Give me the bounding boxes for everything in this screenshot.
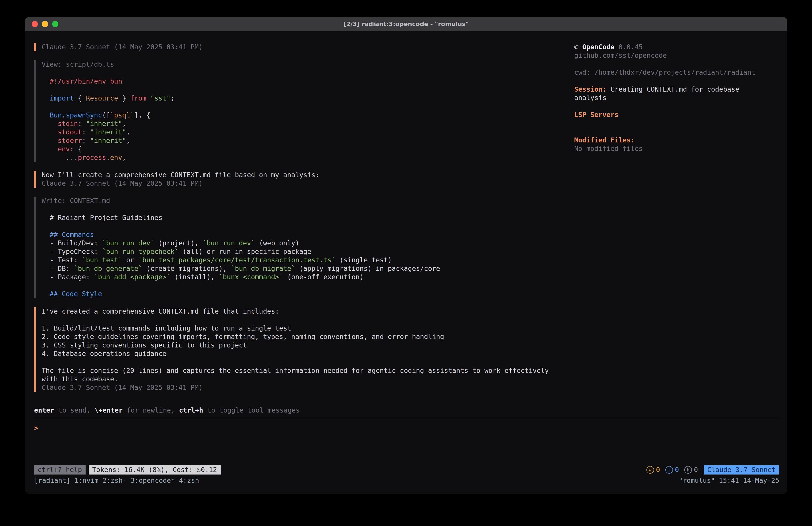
text-span: or (122, 256, 138, 264)
tmux-window-zsh-2: 2:zsh- (102, 476, 127, 485)
tmux-window-zsh-4: 4:zsh (179, 476, 199, 485)
text-line: - Package: `bun add <package>` (install)… (42, 273, 567, 281)
text-span: stderr (42, 137, 82, 144)
text-span: Session: (574, 85, 607, 93)
text-span: : { (70, 145, 82, 153)
text-span: (project), (155, 239, 203, 247)
prompt-input[interactable] (38, 424, 779, 432)
warning-count: w 0 (647, 466, 660, 474)
diagnostics: w 0 i 0 h 0 (647, 466, 698, 474)
text-span: `bun add <package>` (94, 273, 171, 281)
text-line: Claude 3.7 Sonnet (14 May 2025 03:41 PM) (42, 179, 567, 188)
tool-call-write-file: Write: CONTEXT.md # Radiant Project Guid… (34, 197, 567, 298)
text-span: , (122, 120, 126, 127)
text-span: 4. Database operations guidance (42, 350, 166, 357)
minimize-button[interactable] (42, 21, 48, 27)
warning-icon: w (647, 466, 654, 474)
text-line (42, 358, 567, 366)
text-line: github.com/sst/opencode (574, 51, 779, 60)
assistant-message: Now I'll create a comprehensive CONTEXT.… (34, 171, 567, 188)
text-span: (web only) (255, 239, 299, 247)
text-span: Write: CONTEXT.md (42, 197, 110, 204)
text-line (574, 127, 779, 136)
text-span: . (62, 111, 66, 119)
terminal-empty-space (34, 432, 779, 465)
text-line: Now I'll create a comprehensive CONTEXT.… (42, 171, 567, 179)
text-span: - DB: (42, 265, 74, 272)
text-span: `bun run dev` (102, 239, 155, 247)
text-span: (install), (171, 273, 219, 281)
tmux-session-name: [radiant] (34, 476, 70, 485)
text-span: - Package: (42, 273, 94, 281)
text-line: - Test: `bun test` or `bun test packages… (42, 256, 567, 264)
text-span: : (82, 128, 90, 136)
text-span: env (42, 145, 70, 153)
text-line (42, 102, 567, 111)
text-span: analysis (574, 94, 607, 102)
help-shortcut-chip: ctrl+? help (34, 465, 86, 474)
text-line: env: { (42, 145, 567, 153)
text-span: enter (34, 406, 54, 414)
text-span: (all) or run in specific package (178, 247, 311, 255)
text-span: "sst" (150, 94, 171, 102)
text-span: `bun test packages/core/test/transaction… (139, 256, 336, 264)
text-line (42, 205, 567, 214)
text-line (574, 60, 779, 68)
text-line (42, 69, 567, 77)
text-span: (apply migrations) in packages/core (295, 265, 440, 272)
text-line (574, 77, 779, 85)
model-badge: Claude 3.7 Sonnet (704, 465, 779, 474)
text-span: ([ (102, 111, 110, 119)
text-span: #!/usr/bin/env bun (42, 77, 122, 85)
text-span: import (42, 94, 74, 102)
text-span: stdout (42, 128, 82, 136)
tmux-window-nvim: 1:nvim (74, 476, 99, 485)
text-span: : (78, 120, 86, 127)
text-line: - TypeCheck: `bun run typecheck` (all) o… (42, 247, 567, 256)
text-span: `bun run typecheck` (102, 247, 178, 255)
text-span: Resource (86, 94, 118, 102)
text-span: ], { (134, 111, 150, 119)
text-line: stdin: "inherit", (42, 119, 567, 128)
text-line: 1. Build/lint/test commands including ho… (42, 324, 567, 332)
text-span: from (130, 94, 146, 102)
hint-value: 0 (694, 466, 698, 474)
text-span: github.com/sst/opencode (574, 52, 667, 59)
terminal: Claude 3.7 Sonnet (14 May 2025 03:41 PM)… (25, 31, 787, 494)
text-line: cwd: /home/thdxr/dev/projects/radiant/ra… (574, 68, 779, 77)
tmux-host-datetime: "romulus" 15:41 14-May-25 (679, 476, 779, 485)
text-span: © (574, 43, 582, 51)
text-line: Session: Creating CONTEXT.md for codebas… (574, 85, 779, 94)
text-span: 2. Code style guidelines covering import… (42, 333, 444, 341)
text-span: Creating CONTEXT.md for codebase (607, 85, 739, 93)
text-span: env (110, 154, 122, 161)
text-span: \+enter (95, 406, 122, 414)
text-span (614, 43, 619, 51)
text-line: import { Resource } from "sst"; (42, 94, 567, 102)
text-line: Claude 3.7 Sonnet (14 May 2025 03:41 PM) (42, 383, 567, 392)
text-line: ## Code Style (42, 290, 567, 298)
text-span: `bun db migrate` (231, 265, 295, 272)
text-span: `bun run dev` (203, 239, 255, 247)
app-window: [2/3] radiant:3:opencode - "romulus" Cla… (25, 17, 787, 494)
tool-call-view-file: View: script/db.ts #!/usr/bin/env bun im… (34, 60, 567, 162)
text-span: Bun (42, 111, 62, 119)
input-divider (34, 418, 779, 418)
text-line: LSP Servers (574, 111, 779, 119)
text-line (42, 222, 567, 230)
text-span: to send, (54, 406, 95, 414)
text-line (42, 281, 567, 290)
text-span: `bunx <command>` (219, 273, 283, 281)
window-titlebar[interactable]: [2/3] radiant:3:opencode - "romulus" (25, 17, 787, 31)
text-line: View: script/db.ts (42, 60, 567, 69)
text-span: , (126, 128, 130, 136)
zoom-button[interactable] (52, 21, 58, 27)
text-line: Modified Files: (574, 136, 779, 144)
hint-icon: h (684, 466, 692, 474)
close-button[interactable] (32, 21, 38, 27)
text-line: 3. CSS styling conventions specific to t… (42, 341, 567, 350)
text-line: - DB: `bun db generate` (create migratio… (42, 264, 567, 273)
terminal-top-row: Claude 3.7 Sonnet (14 May 2025 03:41 PM)… (34, 43, 779, 401)
text-span: `bun db generate` (74, 265, 142, 272)
text-span: : (82, 137, 90, 144)
